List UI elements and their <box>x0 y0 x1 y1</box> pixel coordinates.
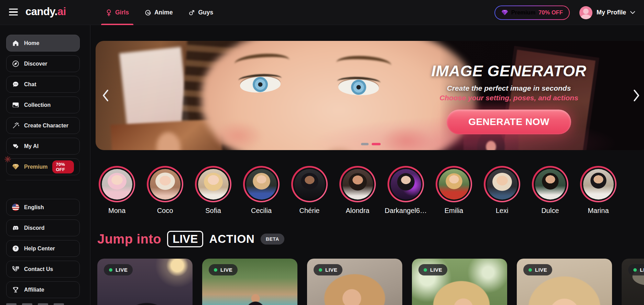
character-name: Sofia <box>205 207 221 215</box>
chevron-down-icon <box>630 11 635 14</box>
compass-icon <box>12 60 19 67</box>
character-avatar-ring <box>195 166 231 202</box>
live-stream-card[interactable]: LIVE <box>97 259 193 305</box>
carousel-prev-arrow[interactable] <box>100 88 111 103</box>
sidebar-item-label: Discover <box>24 61 47 67</box>
tab-girls[interactable]: Girls <box>106 0 129 25</box>
gem-icon <box>501 10 508 15</box>
sidebar-item-discover[interactable]: Discover <box>6 55 80 72</box>
brand-logo-primary: candy. <box>25 5 57 18</box>
svg-text:?: ? <box>14 246 17 250</box>
magic-wand-icon <box>12 122 19 129</box>
character-card[interactable]: Emilia <box>430 166 478 215</box>
sidebar-item-collection[interactable]: Collection <box>6 97 80 113</box>
character-card[interactable]: Lexi <box>478 166 526 215</box>
character-card[interactable]: Chérie <box>285 166 334 215</box>
sidebar-item-language[interactable]: English <box>6 199 80 216</box>
character-name: Marina <box>588 207 609 215</box>
character-avatar <box>583 169 614 200</box>
character-avatar-ring <box>484 166 520 202</box>
character-card[interactable]: Alondra <box>334 166 382 215</box>
character-card[interactable]: Mona <box>93 166 141 215</box>
sidebar-item-label: Collection <box>24 102 51 108</box>
us-flag-icon <box>12 204 19 211</box>
hamburger-menu-icon[interactable] <box>9 7 19 17</box>
tab-anime[interactable]: Anime <box>145 0 173 25</box>
sidebar-item-help-center[interactable]: ? Help Center <box>6 240 80 257</box>
character-card[interactable]: Marina <box>574 166 622 215</box>
gallery-icon <box>12 101 19 109</box>
live-indicator-dot <box>528 268 532 272</box>
hero-title: IMAGE GENERATOR <box>423 62 595 80</box>
character-avatar-ring <box>580 166 616 202</box>
tab-guys[interactable]: Guys <box>188 0 213 25</box>
character-card[interactable]: Cecilia <box>237 166 285 215</box>
character-name: Alondra <box>346 207 370 215</box>
live-indicator-dot <box>109 268 112 272</box>
heading-live-box: LIVE <box>167 231 203 247</box>
sidebar-item-chat[interactable]: Chat <box>6 76 80 93</box>
sidebar-item-my-ai[interactable]: My AI <box>6 138 80 155</box>
character-avatar <box>198 169 229 200</box>
carousel-dot-1[interactable] <box>361 143 369 145</box>
hero-subtitle: Create the perfect image in seconds <box>423 84 595 92</box>
sidebar-item-contact-us[interactable]: Contact Us <box>6 261 80 278</box>
anime-spiral-icon <box>145 9 151 16</box>
premium-offer-button[interactable]: Premium 70% OFF <box>494 5 570 20</box>
live-indicator-dot <box>633 268 637 272</box>
sidebar-divider <box>6 180 80 180</box>
live-badge: LIVE <box>418 264 447 275</box>
trophy-icon <box>12 286 19 293</box>
character-avatar-ring <box>291 166 328 202</box>
character-avatar-ring <box>147 166 183 202</box>
sidebar-item-create-character[interactable]: Create Character <box>6 117 80 134</box>
sidebar-item-label: Create Character <box>24 123 68 129</box>
character-name: Dulce <box>541 207 559 215</box>
brand-logo[interactable]: candy.ai <box>25 5 66 18</box>
live-stream-card[interactable]: LIVE <box>517 259 612 305</box>
carousel-next-arrow[interactable] <box>631 88 642 103</box>
premium-label: Premium <box>511 9 536 16</box>
sidebar-item-label: My AI <box>24 143 39 149</box>
sidebar-item-home[interactable]: Home <box>6 35 80 52</box>
carousel-dot-2[interactable] <box>372 143 381 145</box>
top-navbar: candy.ai Girls Anime Guys <box>0 0 644 25</box>
sidebar-item-affiliate[interactable]: Affiliate <box>6 281 80 298</box>
profile-avatar <box>579 6 592 19</box>
live-badge-label: LIVE <box>535 267 547 273</box>
sidebar-item-label: Affiliate <box>24 287 44 293</box>
tab-guys-label: Guys <box>198 9 213 16</box>
live-stream-card[interactable]: LIVE <box>307 259 402 305</box>
profile-menu[interactable]: My Profile <box>579 6 635 19</box>
character-card[interactable]: Coco <box>141 166 189 215</box>
home-icon <box>12 39 19 47</box>
live-stream-card[interactable]: LIVE <box>202 259 297 305</box>
character-avatar <box>391 169 421 200</box>
live-badge-label: LIVE <box>430 267 442 273</box>
sidebar-item-label: English <box>24 204 44 211</box>
character-card[interactable]: Darkangel6… <box>382 166 430 215</box>
character-avatar-ring <box>99 166 135 202</box>
tab-anime-label: Anime <box>154 9 173 16</box>
female-icon <box>106 9 112 16</box>
heading-action: ACTION <box>209 233 255 246</box>
profile-label: My Profile <box>597 9 626 16</box>
sidebar-item-label: Premium <box>24 164 47 170</box>
premium-discount-badge: 70% OFF <box>52 160 74 173</box>
sidebar-item-premium[interactable]: Premium 70% OFF <box>6 158 80 175</box>
live-badge-label: LIVE <box>116 267 128 273</box>
character-card[interactable]: Dulce <box>526 166 574 215</box>
hero-tagline: Choose your setting, poses, and actions <box>423 94 595 102</box>
sidebar: Home Discover Chat Collection Create Cha… <box>0 25 90 305</box>
live-indicator-dot <box>424 268 427 272</box>
character-card[interactable]: Sofia <box>189 166 237 215</box>
live-stream-card[interactable]: LIVE <box>622 259 644 305</box>
live-indicator-dot <box>214 268 217 272</box>
character-avatar <box>294 169 325 200</box>
live-badge: LIVE <box>314 264 342 275</box>
sidebar-item-discord[interactable]: Discord <box>6 219 80 236</box>
generate-now-button[interactable]: GENERATE NOW <box>447 110 571 134</box>
character-name: Cecilia <box>251 207 272 215</box>
live-stream-card[interactable]: LIVE <box>412 259 507 305</box>
discord-icon <box>12 224 19 231</box>
